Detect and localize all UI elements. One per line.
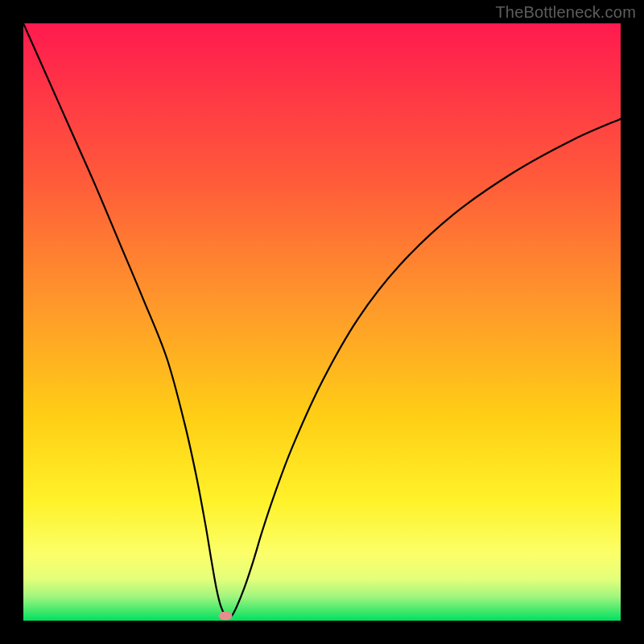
chart-frame: TheBottleneck.com [0, 0, 644, 644]
gradient-background [23, 23, 621, 621]
plot-svg [23, 23, 621, 621]
plot-area [23, 23, 621, 621]
watermark-text: TheBottleneck.com [495, 3, 636, 22]
